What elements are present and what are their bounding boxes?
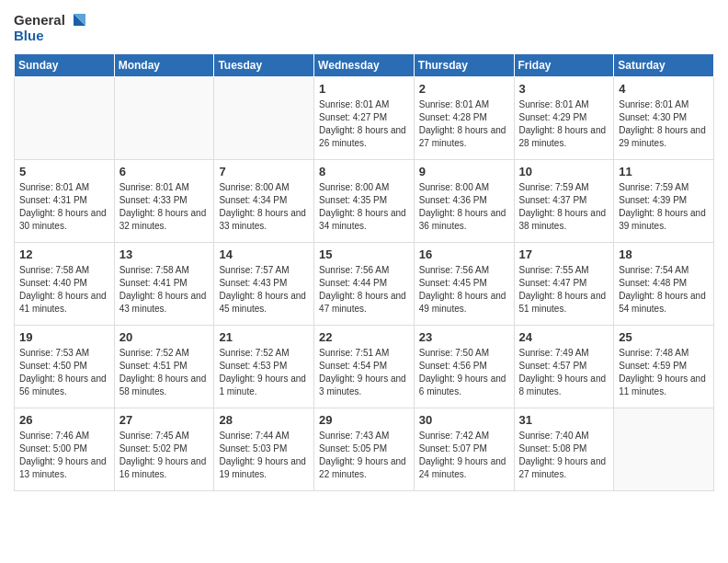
day-cell: 13Sunrise: 7:58 AM Sunset: 4:41 PM Dayli… <box>114 243 214 326</box>
day-number: 30 <box>419 413 509 427</box>
day-info: Sunrise: 7:44 AM Sunset: 5:03 PM Dayligh… <box>219 430 309 481</box>
day-cell: 7Sunrise: 8:00 AM Sunset: 4:34 PM Daylig… <box>214 160 314 243</box>
day-number: 13 <box>119 247 210 261</box>
day-number: 7 <box>219 165 309 178</box>
logo-svg: GeneralBlue <box>14 9 87 46</box>
weekday-header-wednesday: Wednesday <box>314 54 415 77</box>
day-cell: 20Sunrise: 7:52 AM Sunset: 4:51 PM Dayli… <box>114 326 214 408</box>
day-cell: 21Sunrise: 7:52 AM Sunset: 4:53 PM Dayli… <box>214 326 314 408</box>
day-info: Sunrise: 7:55 AM Sunset: 4:47 PM Dayligh… <box>519 264 609 316</box>
day-info: Sunrise: 8:01 AM Sunset: 4:28 PM Dayligh… <box>419 98 509 150</box>
day-number: 17 <box>519 247 609 261</box>
day-cell: 30Sunrise: 7:42 AM Sunset: 5:07 PM Dayli… <box>414 408 514 491</box>
day-info: Sunrise: 7:58 AM Sunset: 4:41 PM Dayligh… <box>119 264 210 316</box>
day-info: Sunrise: 7:53 AM Sunset: 4:50 PM Dayligh… <box>19 347 109 398</box>
week-row-2: 5Sunrise: 8:01 AM Sunset: 4:31 PM Daylig… <box>15 160 714 243</box>
day-cell <box>114 77 214 160</box>
day-info: Sunrise: 7:57 AM Sunset: 4:43 PM Dayligh… <box>219 264 309 316</box>
day-info: Sunrise: 7:50 AM Sunset: 4:56 PM Dayligh… <box>419 347 509 398</box>
day-info: Sunrise: 8:00 AM Sunset: 4:35 PM Dayligh… <box>319 181 409 233</box>
day-number: 25 <box>619 330 709 344</box>
svg-text:General: General <box>14 12 65 28</box>
weekday-header-thursday: Thursday <box>414 54 514 77</box>
day-info: Sunrise: 7:48 AM Sunset: 4:59 PM Dayligh… <box>619 347 709 398</box>
day-cell: 29Sunrise: 7:43 AM Sunset: 5:05 PM Dayli… <box>314 408 415 491</box>
day-cell <box>614 408 714 491</box>
day-number: 26 <box>19 413 109 427</box>
day-cell: 12Sunrise: 7:58 AM Sunset: 4:40 PM Dayli… <box>15 243 115 326</box>
day-cell: 9Sunrise: 8:00 AM Sunset: 4:36 PM Daylig… <box>414 160 514 243</box>
day-cell: 24Sunrise: 7:49 AM Sunset: 4:57 PM Dayli… <box>514 326 614 408</box>
day-number: 6 <box>119 165 210 178</box>
page: GeneralBlue SundayMondayTuesdayWednesday… <box>0 0 728 563</box>
calendar-body: 1Sunrise: 8:01 AM Sunset: 4:27 PM Daylig… <box>15 77 714 491</box>
day-number: 21 <box>219 330 309 344</box>
day-info: Sunrise: 8:01 AM Sunset: 4:33 PM Dayligh… <box>119 181 210 233</box>
day-number: 4 <box>619 82 709 96</box>
day-cell: 19Sunrise: 7:53 AM Sunset: 4:50 PM Dayli… <box>15 326 115 408</box>
day-number: 14 <box>219 247 309 261</box>
calendar-header: SundayMondayTuesdayWednesdayThursdayFrid… <box>15 54 714 77</box>
day-cell: 6Sunrise: 8:01 AM Sunset: 4:33 PM Daylig… <box>114 160 214 243</box>
day-number: 12 <box>19 247 109 261</box>
day-number: 2 <box>419 82 509 96</box>
day-cell: 23Sunrise: 7:50 AM Sunset: 4:56 PM Dayli… <box>414 326 514 408</box>
day-info: Sunrise: 8:00 AM Sunset: 4:36 PM Dayligh… <box>419 181 509 233</box>
day-info: Sunrise: 7:52 AM Sunset: 4:51 PM Dayligh… <box>119 347 210 398</box>
day-info: Sunrise: 7:45 AM Sunset: 5:02 PM Dayligh… <box>119 430 210 481</box>
day-info: Sunrise: 8:01 AM Sunset: 4:29 PM Dayligh… <box>519 98 609 150</box>
day-info: Sunrise: 7:56 AM Sunset: 4:45 PM Dayligh… <box>419 264 509 316</box>
day-number: 1 <box>319 82 409 96</box>
day-number: 5 <box>19 165 109 178</box>
day-info: Sunrise: 8:01 AM Sunset: 4:30 PM Dayligh… <box>619 98 709 150</box>
day-info: Sunrise: 8:00 AM Sunset: 4:34 PM Dayligh… <box>219 181 309 233</box>
day-cell: 5Sunrise: 8:01 AM Sunset: 4:31 PM Daylig… <box>15 160 115 243</box>
day-cell: 22Sunrise: 7:51 AM Sunset: 4:54 PM Dayli… <box>314 326 415 408</box>
day-info: Sunrise: 7:59 AM Sunset: 4:39 PM Dayligh… <box>619 181 709 233</box>
day-cell: 27Sunrise: 7:45 AM Sunset: 5:02 PM Dayli… <box>114 408 214 491</box>
svg-text:Blue: Blue <box>14 28 44 43</box>
weekday-header-sunday: Sunday <box>15 54 115 77</box>
day-info: Sunrise: 7:51 AM Sunset: 4:54 PM Dayligh… <box>319 347 409 398</box>
day-number: 10 <box>519 165 609 178</box>
day-cell: 25Sunrise: 7:48 AM Sunset: 4:59 PM Dayli… <box>614 326 714 408</box>
day-cell: 18Sunrise: 7:54 AM Sunset: 4:48 PM Dayli… <box>614 243 714 326</box>
day-cell: 15Sunrise: 7:56 AM Sunset: 4:44 PM Dayli… <box>314 243 415 326</box>
day-info: Sunrise: 7:46 AM Sunset: 5:00 PM Dayligh… <box>19 430 109 481</box>
weekday-row: SundayMondayTuesdayWednesdayThursdayFrid… <box>15 54 714 77</box>
day-number: 23 <box>419 330 509 344</box>
week-row-4: 19Sunrise: 7:53 AM Sunset: 4:50 PM Dayli… <box>15 326 714 408</box>
day-info: Sunrise: 8:01 AM Sunset: 4:31 PM Dayligh… <box>19 181 109 233</box>
day-cell: 26Sunrise: 7:46 AM Sunset: 5:00 PM Dayli… <box>15 408 115 491</box>
day-cell: 11Sunrise: 7:59 AM Sunset: 4:39 PM Dayli… <box>614 160 714 243</box>
day-number: 29 <box>319 413 409 427</box>
day-cell <box>15 77 115 160</box>
day-info: Sunrise: 8:01 AM Sunset: 4:27 PM Dayligh… <box>319 98 409 150</box>
day-number: 15 <box>319 247 409 261</box>
day-cell: 3Sunrise: 8:01 AM Sunset: 4:29 PM Daylig… <box>514 77 614 160</box>
day-cell: 10Sunrise: 7:59 AM Sunset: 4:37 PM Dayli… <box>514 160 614 243</box>
day-cell: 14Sunrise: 7:57 AM Sunset: 4:43 PM Dayli… <box>214 243 314 326</box>
day-number: 9 <box>419 165 509 178</box>
day-number: 22 <box>319 330 409 344</box>
day-number: 27 <box>119 413 210 427</box>
weekday-header-monday: Monday <box>114 54 214 77</box>
day-number: 16 <box>419 247 509 261</box>
header: GeneralBlue <box>14 9 714 46</box>
weekday-header-saturday: Saturday <box>614 54 714 77</box>
day-info: Sunrise: 7:52 AM Sunset: 4:53 PM Dayligh… <box>219 347 309 398</box>
day-number: 18 <box>619 247 709 261</box>
day-info: Sunrise: 7:40 AM Sunset: 5:08 PM Dayligh… <box>519 430 609 481</box>
day-cell: 4Sunrise: 8:01 AM Sunset: 4:30 PM Daylig… <box>614 77 714 160</box>
day-number: 24 <box>519 330 609 344</box>
logo: GeneralBlue <box>14 9 87 46</box>
day-cell: 28Sunrise: 7:44 AM Sunset: 5:03 PM Dayli… <box>214 408 314 491</box>
day-number: 31 <box>519 413 609 427</box>
day-info: Sunrise: 7:54 AM Sunset: 4:48 PM Dayligh… <box>619 264 709 316</box>
day-info: Sunrise: 7:49 AM Sunset: 4:57 PM Dayligh… <box>519 347 609 398</box>
day-number: 3 <box>519 82 609 96</box>
week-row-5: 26Sunrise: 7:46 AM Sunset: 5:00 PM Dayli… <box>15 408 714 491</box>
day-info: Sunrise: 7:43 AM Sunset: 5:05 PM Dayligh… <box>319 430 409 481</box>
day-cell: 31Sunrise: 7:40 AM Sunset: 5:08 PM Dayli… <box>514 408 614 491</box>
day-number: 20 <box>119 330 210 344</box>
